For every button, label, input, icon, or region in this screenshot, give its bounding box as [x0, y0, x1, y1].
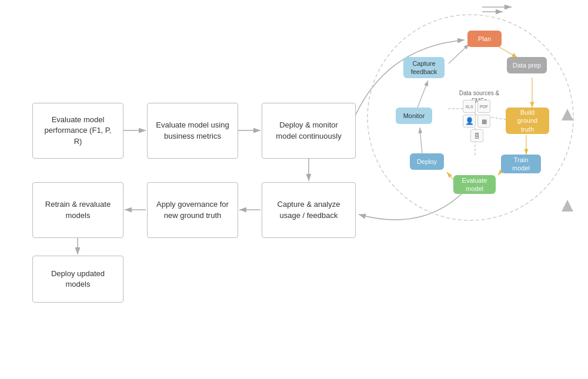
- svg-marker-23: [562, 200, 573, 212]
- table-icon: ▦: [477, 115, 490, 128]
- circle-build-ground-truth: Build ground truth: [506, 108, 549, 134]
- diagram-container: Evaluate model performance (F1, P, R) Ev…: [0, 0, 588, 379]
- box-evaluate-business: Evaluate model using business metrics: [147, 103, 238, 159]
- circle-plan: Plan: [467, 31, 502, 47]
- box-capture-analyze: Capture & analyze usage / feedback: [262, 182, 356, 238]
- svg-line-14: [420, 128, 422, 155]
- svg-line-16: [449, 44, 469, 63]
- box-deploy-monitor: Deploy & monitor model continuously: [262, 103, 356, 159]
- box-retrain: Retrain & revaluate models: [32, 182, 123, 238]
- circle-capture-feedback: Capture feedback: [403, 57, 445, 78]
- circle-deploy: Deploy: [410, 153, 444, 170]
- svg-marker-22: [562, 109, 573, 120]
- box-evaluate-performance: Evaluate model performance (F1, P, R): [32, 103, 123, 159]
- box-deploy-updated: Deploy updated models: [32, 256, 123, 303]
- circle-monitor: Monitor: [396, 108, 432, 124]
- circle-train-model: Train model: [501, 155, 541, 173]
- circle-evaluate-model: Evaluate model: [453, 175, 496, 194]
- pdf-icon: PDF: [477, 100, 490, 113]
- person-icon: 👤: [463, 115, 476, 128]
- svg-line-15: [417, 81, 428, 108]
- data-icons-group: XLS PDF 👤 ▦ 🗄: [457, 100, 496, 142]
- circle-data-prep: Data prep: [507, 57, 547, 73]
- db-icon: 🗄: [470, 129, 483, 142]
- box-apply-governance: Apply governance for new ground truth: [147, 182, 238, 238]
- xls-icon: XLS: [463, 100, 476, 113]
